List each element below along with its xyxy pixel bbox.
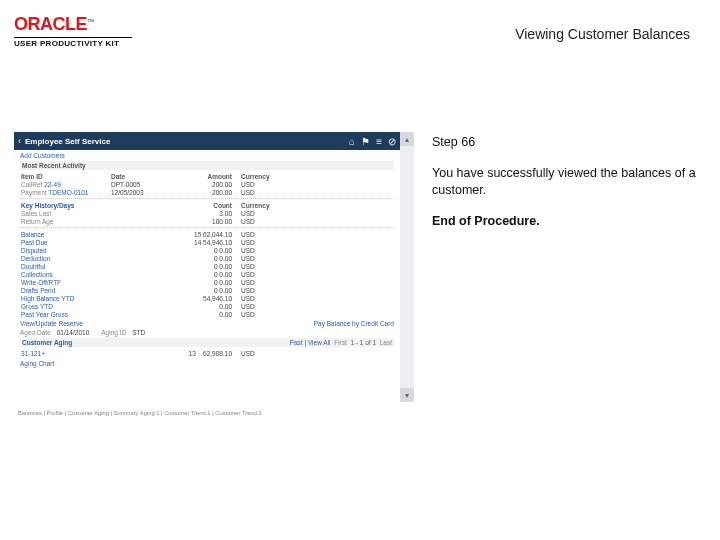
- col-item-id: Item ID: [20, 172, 110, 180]
- table-cell: 12/05/2003: [110, 188, 180, 196]
- customer-aging-link[interactable]: Customer Aging: [22, 339, 72, 346]
- step-body: You have successfully viewed the balance…: [432, 165, 697, 199]
- recent-activity-table: Item ID Date Amount Currency CallRef 22-…: [20, 172, 394, 196]
- aging-params: Aged Date 01/14/2010 Aging ID STD: [20, 329, 394, 336]
- scrollbar-track[interactable]: [400, 132, 414, 402]
- customer-aging-bar: Customer Aging Past | View All First 1 -…: [20, 338, 394, 347]
- back-icon[interactable]: ‹: [18, 136, 21, 146]
- aging-bucket-link[interactable]: 31-121+: [20, 349, 180, 357]
- key-history-link[interactable]: Key History/Days: [20, 201, 180, 209]
- menu-icon[interactable]: ≡: [376, 136, 382, 147]
- table-row: Past Due14 54,946.10USD: [20, 238, 394, 246]
- table-cell: 0 0.00: [180, 246, 240, 254]
- pager-range: 1 - 1 of 1: [350, 339, 376, 346]
- table-cell: USD: [240, 230, 300, 238]
- col-currency2: Currency: [240, 201, 300, 209]
- balance-metric-link[interactable]: Collections: [20, 270, 180, 278]
- brand-wordmark: ORACLE: [14, 14, 87, 34]
- table-cell: 0 0.00: [180, 270, 240, 278]
- pager-first: First: [334, 339, 347, 346]
- table-row: Doubtful0 0.00USD: [20, 262, 394, 270]
- table-cell: USD: [240, 246, 300, 254]
- table-cell: 0 0.00: [180, 262, 240, 270]
- table-row: Past Year Gross0.00USD: [20, 310, 394, 318]
- table-row: Disputed0 0.00USD: [20, 246, 394, 254]
- table-row: Balance15 62,044.10USD: [20, 230, 394, 238]
- brand-divider: [14, 37, 132, 38]
- brand-subtitle: USER PRODUCTIVITY KIT: [14, 39, 132, 48]
- table-cell: 14 54,946.10: [180, 238, 240, 246]
- table-cell: DPT-0005: [110, 180, 180, 188]
- flag-icon[interactable]: ⚑: [361, 136, 370, 147]
- end-of-procedure: End of Procedure.: [432, 213, 697, 230]
- table-row: Drafts Pend0 0.00USD: [20, 286, 394, 294]
- table-row: Deduction0 0.00USD: [20, 254, 394, 262]
- balance-metric-link[interactable]: Gross YTD: [20, 302, 180, 310]
- bottom-tabs[interactable]: Balances | Profile | Customer Aging | Su…: [14, 410, 262, 416]
- balance-metric-link[interactable]: Deduction: [20, 254, 180, 262]
- table-row: CallRef 22-49: [20, 180, 110, 188]
- table-row: Collections0 0.00USD: [20, 270, 394, 278]
- table-cell: USD: [240, 270, 300, 278]
- balance-metric-link[interactable]: High Balance YTD: [20, 294, 180, 302]
- balance-metrics-table: Balance15 62,044.10USDPast Due14 54,946.…: [20, 230, 394, 318]
- table-row: Gross YTD0.00USD: [20, 302, 394, 310]
- table-cell: 54,946.10: [180, 294, 240, 302]
- table-cell: 200.00: [180, 180, 240, 188]
- balance-metric-link[interactable]: Doubtful: [20, 262, 180, 270]
- table-cell: 0 0.00: [180, 278, 240, 286]
- key-history-header: Key History/Days Count Currency: [20, 201, 394, 209]
- brand-block: ORACLE™ USER PRODUCTIVITY KIT: [14, 14, 132, 48]
- table-row: High Balance YTD54,946.10USD: [20, 294, 394, 302]
- table-row: Return Age 100.00 USD: [20, 217, 394, 225]
- balance-metric-link[interactable]: Write-Off/RTF: [20, 278, 180, 286]
- scroll-up-icon[interactable]: ▴: [400, 132, 414, 146]
- col-currency: Currency: [240, 172, 300, 180]
- app-title: Employee Self Service: [25, 137, 110, 146]
- balance-metric-link[interactable]: Balance: [20, 230, 180, 238]
- table-cell: USD: [240, 188, 300, 196]
- table-cell: USD: [240, 310, 300, 318]
- help-icon[interactable]: ⊘: [388, 136, 396, 147]
- balance-metric-link[interactable]: Drafts Pend: [20, 286, 180, 294]
- section-most-recent: Most Recent Activity: [20, 161, 394, 170]
- table-cell: 0.00: [180, 310, 240, 318]
- table-cell: USD: [240, 262, 300, 270]
- balance-metric-link[interactable]: Past Year Gross: [20, 310, 180, 318]
- table-cell: USD: [240, 294, 300, 302]
- table-cell: USD: [240, 238, 300, 246]
- view-all-link[interactable]: Past | View All: [290, 339, 331, 346]
- col-amount: Amount: [180, 172, 240, 180]
- col-count: Count: [180, 201, 240, 209]
- balance-metric-link[interactable]: Disputed: [20, 246, 180, 254]
- table-cell: USD: [240, 254, 300, 262]
- table-cell: USD: [240, 278, 300, 286]
- view-update-reserve-link[interactable]: View/Update Reserve: [20, 320, 83, 327]
- pay-by-card-link[interactable]: Pay Balance by Credit Card: [314, 320, 394, 327]
- table-cell: 200.00: [180, 188, 240, 196]
- aging-chart-link[interactable]: Aging Chart: [20, 360, 394, 367]
- table-cell: USD: [240, 302, 300, 310]
- table-row: Write-Off/RTF0 0.00USD: [20, 278, 394, 286]
- trademark-icon: ™: [87, 18, 94, 25]
- table-cell: USD: [240, 180, 300, 188]
- table-cell: USD: [240, 286, 300, 294]
- table-row: Payment TDEMO-0101: [20, 188, 110, 196]
- page-title: Viewing Customer Balances: [515, 26, 690, 42]
- embedded-screenshot: ▴ ▾ ‹ Employee Self Service ⌂ ⚑ ≡ ⊘ Add …: [14, 132, 414, 402]
- table-cell: 0 0.00: [180, 286, 240, 294]
- aging-row: 31-121+ 13 62,908.10 USD: [20, 349, 394, 357]
- app-header-bar: ‹ Employee Self Service ⌂ ⚑ ≡ ⊘: [14, 132, 400, 150]
- pager-last: Last: [380, 339, 392, 346]
- table-cell: 0 0.00: [180, 254, 240, 262]
- add-customers-link[interactable]: Add Customers: [20, 152, 394, 159]
- home-icon[interactable]: ⌂: [349, 136, 355, 147]
- instruction-panel: Step 66 You have successfully viewed the…: [432, 134, 697, 230]
- table-cell: 0.00: [180, 302, 240, 310]
- balance-metric-link[interactable]: Past Due: [20, 238, 180, 246]
- step-label: Step 66: [432, 134, 697, 151]
- table-cell: 15 62,044.10: [180, 230, 240, 238]
- col-date: Date: [110, 172, 180, 180]
- scroll-down-icon[interactable]: ▾: [400, 388, 414, 402]
- table-row: Sales Last 3.00 USD: [20, 209, 394, 217]
